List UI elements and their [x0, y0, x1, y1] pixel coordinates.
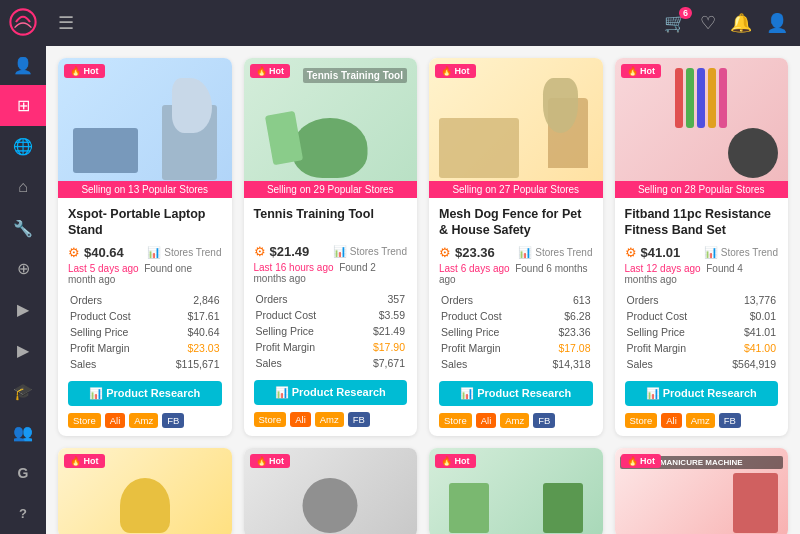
logo[interactable]: [0, 0, 46, 45]
store-link-fb-1[interactable]: FB: [162, 413, 184, 428]
cart-badge: 6: [679, 7, 692, 19]
wishlist-icon[interactable]: ♡: [700, 12, 716, 34]
table-row: Sales $7,671: [256, 356, 406, 370]
research-button-2[interactable]: 📊 Product Research: [254, 380, 408, 405]
cart-icon[interactable]: 🛒 6: [664, 12, 686, 34]
sidebar-item-user[interactable]: 👤: [0, 45, 46, 86]
product-title-3: Mesh Dog Fence for Pet & House Safety: [439, 206, 593, 239]
research-button-3[interactable]: 📊 Product Research: [439, 381, 593, 406]
selling-bar-1: Selling on 13 Popular Stores: [58, 181, 232, 198]
trend-icon-4: 📊: [704, 246, 718, 259]
product-card-4: 🔥 Hot Selling on 28 Popular Stores Fitba…: [615, 58, 789, 436]
price-icon-4: ⚙: [625, 245, 637, 260]
sidebar-item-play[interactable]: ▶: [0, 289, 46, 330]
store-link-fb-2[interactable]: FB: [348, 412, 370, 427]
trend-icon-3: 📊: [518, 246, 532, 259]
store-link-ali-3[interactable]: Ali: [476, 413, 497, 428]
bottom-row: 🔥 Hot 🔥 Hot 🔥 Hot 🔥 Hot: [58, 448, 788, 535]
price-value-2: $21.49: [270, 244, 310, 259]
selling-bar-3: Selling on 27 Popular Stores: [429, 181, 603, 198]
account-icon[interactable]: 👤: [766, 12, 788, 34]
content-area: 🔥 Hot Selling on 13 Popular Stores Xspot…: [46, 46, 800, 534]
research-button-4[interactable]: 📊 Product Research: [625, 381, 779, 406]
product-body-1: Xspot- Portable Laptop Stand ⚙ $40.64 📊 …: [58, 198, 232, 436]
sidebar-item-community[interactable]: 👥: [0, 412, 46, 453]
hot-badge-1: 🔥 Hot: [64, 64, 105, 78]
sidebar-item-home[interactable]: ⌂: [0, 167, 46, 208]
trend-icon-2: 📊: [333, 245, 347, 258]
store-link-ali-4[interactable]: Ali: [661, 413, 682, 428]
table-row: Profit Margin $41.00: [627, 341, 777, 355]
store-link-fb-3[interactable]: FB: [533, 413, 555, 428]
product-price-1: ⚙ $40.64: [68, 245, 124, 260]
topbar-right: 🛒 6 ♡ 🔔 👤: [664, 12, 788, 34]
product-image-1: 🔥 Hot Selling on 13 Popular Stores: [58, 58, 232, 198]
price-row-1: ⚙ $40.64 📊 Stores Trend: [68, 245, 222, 260]
sidebar-item-grid[interactable]: ⊞: [0, 85, 46, 126]
bottom-hot-4: 🔥 Hot: [621, 454, 662, 468]
table-row: Selling Price $41.01: [627, 325, 777, 339]
store-links-1: Store Ali Amz FB: [68, 413, 222, 428]
stats-table-4: Orders 13,776 Product Cost $0.01 Selling…: [625, 291, 779, 373]
store-link-amz-4[interactable]: Amz: [686, 413, 715, 428]
sidebar-item-globe[interactable]: 🌐: [0, 126, 46, 167]
price-row-3: ⚙ $23.36 📊 Stores Trend: [439, 245, 593, 260]
sidebar-item-education[interactable]: 🎓: [0, 371, 46, 412]
sidebar-item-google[interactable]: G: [0, 452, 46, 493]
product-title-4: Fitband 11pc Resistance Fitness Band Set: [625, 206, 779, 239]
store-link-store-1[interactable]: Store: [68, 413, 101, 428]
sidebar-item-network[interactable]: ⊕: [0, 249, 46, 290]
store-link-amz-1[interactable]: Amz: [129, 413, 158, 428]
stats-table-1: Orders 2,846 Product Cost $17.61 Selling…: [68, 291, 222, 373]
store-link-ali-1[interactable]: Ali: [105, 413, 126, 428]
store-link-store-2[interactable]: Store: [254, 412, 287, 427]
hot-badge-2: 🔥 Hot: [250, 64, 291, 78]
table-row: Orders 2,846: [70, 293, 220, 307]
found-row-3: Last 6 days ago Found 6 months ago: [439, 263, 593, 285]
sidebar-item-tools[interactable]: 🔧: [0, 208, 46, 249]
store-link-fb-4[interactable]: FB: [719, 413, 741, 428]
price-row-4: ⚙ $41.01 📊 Stores Trend: [625, 245, 779, 260]
table-row: Profit Margin $17.90: [256, 340, 406, 354]
sidebar-item-video[interactable]: ▶: [0, 330, 46, 371]
hot-badge-4: 🔥 Hot: [621, 64, 662, 78]
stats-table-2: Orders 357 Product Cost $3.59 Selling Pr…: [254, 290, 408, 372]
bottom-card-4: 🔥 Hot MANICURE MACHINE: [615, 448, 789, 535]
menu-icon[interactable]: ☰: [58, 12, 74, 34]
store-link-store-3[interactable]: Store: [439, 413, 472, 428]
bottom-card-2: 🔥 Hot: [244, 448, 418, 535]
bottom-image-1: 🔥 Hot: [58, 448, 232, 535]
store-link-store-4[interactable]: Store: [625, 413, 658, 428]
table-row: Product Cost $6.28: [441, 309, 591, 323]
main-content: ☰ 🛒 6 ♡ 🔔 👤 🔥 Hot Selling on 1: [46, 0, 800, 534]
research-button-1[interactable]: 📊 Product Research: [68, 381, 222, 406]
bottom-hot-1: 🔥 Hot: [64, 454, 105, 468]
table-row: Selling Price $40.64: [70, 325, 220, 339]
product-title-2: Tennis Training Tool: [254, 206, 408, 238]
stores-trend-4: 📊 Stores Trend: [704, 246, 778, 259]
bottom-image-3: 🔥 Hot: [429, 448, 603, 535]
store-links-3: Store Ali Amz FB: [439, 413, 593, 428]
table-row: Selling Price $21.49: [256, 324, 406, 338]
notification-icon[interactable]: 🔔: [730, 12, 752, 34]
product-image-2: 🔥 Hot Tennis Training Tool Selling on 29…: [244, 58, 418, 198]
table-row: Sales $564,919: [627, 357, 777, 371]
table-row: Product Cost $3.59: [256, 308, 406, 322]
sidebar-item-help[interactable]: ?: [0, 493, 46, 534]
product-card-3: 🔥 Hot Selling on 27 Popular Stores Mesh …: [429, 58, 603, 436]
table-row: Orders 613: [441, 293, 591, 307]
store-link-amz-3[interactable]: Amz: [500, 413, 529, 428]
product-image-3: 🔥 Hot Selling on 27 Popular Stores: [429, 58, 603, 198]
stores-trend-3: 📊 Stores Trend: [518, 246, 592, 259]
store-link-amz-2[interactable]: Amz: [315, 412, 344, 427]
product-image-4: 🔥 Hot Selling on 28 Popular Stores: [615, 58, 789, 198]
table-row: Sales $14,318: [441, 357, 591, 371]
bottom-hot-2: 🔥 Hot: [250, 454, 291, 468]
store-link-ali-2[interactable]: Ali: [290, 412, 311, 427]
bottom-card-1: 🔥 Hot: [58, 448, 232, 535]
bottom-image-4: 🔥 Hot MANICURE MACHINE: [615, 448, 789, 535]
selling-bar-4: Selling on 28 Popular Stores: [615, 181, 789, 198]
table-row: Product Cost $17.61: [70, 309, 220, 323]
price-value-3: $23.36: [455, 245, 495, 260]
sidebar: 👤 ⊞ 🌐 ⌂ 🔧 ⊕ ▶ ▶ 🎓 👥 G ?: [0, 0, 46, 534]
